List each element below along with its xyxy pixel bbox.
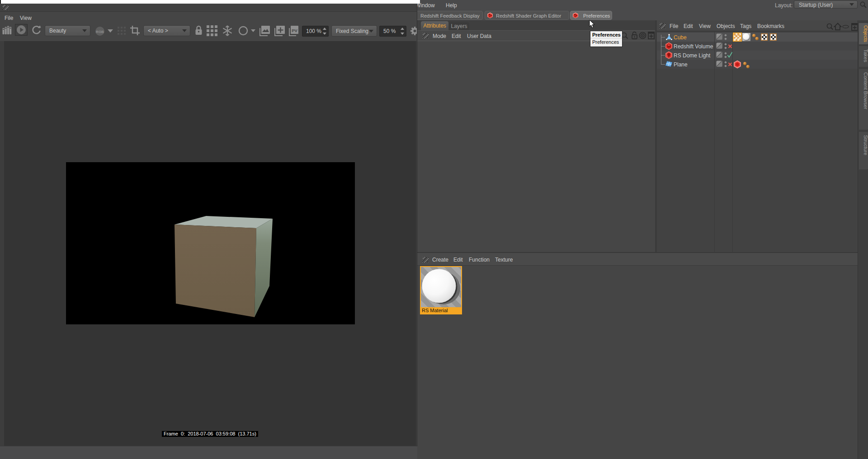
svg-text:RGB: RGB	[96, 30, 104, 34]
svg-text:PV: PV	[292, 28, 297, 33]
